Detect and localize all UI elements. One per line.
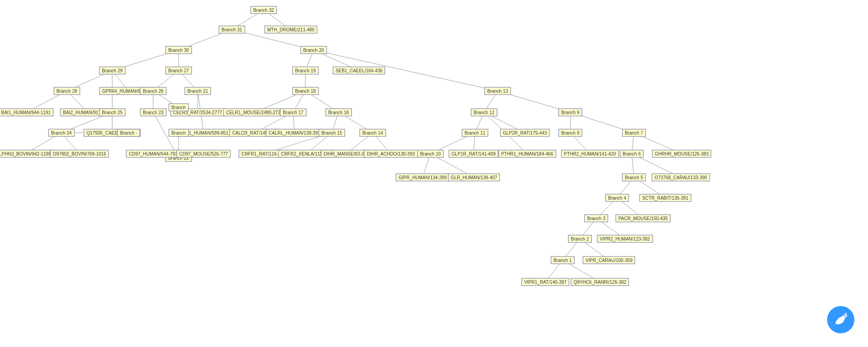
node-branch11[interactable]: Branch 11 xyxy=(462,129,488,137)
node-dihr_achdo[interactable]: DIHR_ACHDO/130-393 xyxy=(364,150,418,158)
node-lphn3_bovin[interactable]: LPHN3_BOVIN/942-1198 xyxy=(0,150,54,158)
node-branch26[interactable]: Branch 26 xyxy=(140,87,166,95)
node-o73768_carau[interactable]: O73768_CARAU/133-390 xyxy=(652,174,710,181)
node-branch12[interactable]: Branch 12 xyxy=(471,109,497,116)
node-branch3[interactable]: Branch 3 xyxy=(584,215,608,222)
svg-point-67 xyxy=(844,315,845,317)
node-branch23[interactable]: Branch 23 xyxy=(140,109,166,116)
node-branch8[interactable]: Branch 8 xyxy=(559,129,582,137)
node-branch16[interactable]: Branch 16 xyxy=(325,109,352,116)
node-branch_plain2[interactable]: Branch xyxy=(169,104,189,111)
node-branch_minus[interactable]: Branch - xyxy=(117,129,140,137)
node-branch_plain1[interactable]: Branch xyxy=(169,129,189,137)
node-vipr_carau[interactable]: VIPR_CARAU/100-359 xyxy=(583,256,635,264)
node-gipr_human[interactable]: GIPR_HUMAN/134-399 xyxy=(396,174,449,181)
tree-container: Branch 32Branch 31MTH_DROME/211-480Branc… xyxy=(0,0,868,347)
node-branch7[interactable]: Branch 7 xyxy=(622,129,646,137)
node-glp2r_rat[interactable]: GLP2R_RAT/175-443 xyxy=(500,129,549,137)
node-sctr_rabit[interactable]: SCTR_RABIT/135-391 xyxy=(639,194,691,202)
node-branch4[interactable]: Branch 4 xyxy=(605,194,629,202)
node-branch28[interactable]: Branch 28 xyxy=(54,87,80,95)
node-bai1_human[interactable]: BAI1_HUMAN/944-1191 xyxy=(0,109,53,116)
node-branch27[interactable]: Branch 27 xyxy=(165,67,192,75)
node-branch31[interactable]: Branch 31 xyxy=(219,26,245,34)
node-vipr1_rat[interactable]: VIPR1_RAT/140-397 xyxy=(521,278,569,286)
node-ghrhr_mouse[interactable]: GHRHR_MOUSE/126-383 xyxy=(652,150,711,158)
node-branch15[interactable]: Branch 15 xyxy=(319,129,345,137)
bird-logo xyxy=(827,306,854,333)
node-q9yhc6_ranri[interactable]: Q9YHC6_RANRI/126-382 xyxy=(571,278,629,286)
node-calrl_human[interactable]: CALRL_HUMAN/138-391 xyxy=(266,129,323,137)
node-branch14[interactable]: Branch 14 xyxy=(359,129,386,137)
node-pthr1_human[interactable]: PTHR1_HUMAN/184-466 xyxy=(499,150,556,158)
node-branch5[interactable]: Branch 5 xyxy=(622,174,646,181)
node-glp1r_rat[interactable]: GLP1R_RAT/141-409 xyxy=(449,150,498,158)
node-mth_drome[interactable]: MTH_DROME/211-480 xyxy=(264,26,317,34)
node-branch1[interactable]: Branch 1 xyxy=(551,256,574,264)
node-branch9[interactable]: Branch 9 xyxy=(559,109,582,116)
node-pthr2_human[interactable]: PTHR2_HUMAN/141-420 xyxy=(561,150,619,158)
node-branch25[interactable]: Branch 25 xyxy=(99,109,125,116)
node-cd97_human[interactable]: CD97_HUMAN/544-793 xyxy=(126,150,180,158)
node-branch18[interactable]: Branch 18 xyxy=(292,87,319,95)
node-pacr_mouse[interactable]: PACR_MOUSE/150-435 xyxy=(616,215,671,222)
node-branch30[interactable]: Branch 30 xyxy=(165,46,192,54)
node-branch24[interactable]: Branch 24 xyxy=(48,129,75,137)
node-vipr2_human[interactable]: VIPR2_HUMAN/123-382 xyxy=(597,235,653,243)
node-branch6[interactable]: Branch 6 xyxy=(620,150,644,158)
node-glr_human[interactable]: GLR_HUMAN/138-407 xyxy=(448,174,500,181)
node-branch17[interactable]: Branch 17 xyxy=(280,109,306,116)
node-branch21[interactable]: Branch 21 xyxy=(185,87,211,95)
node-branch20[interactable]: Branch 20 xyxy=(300,46,327,54)
node-o97802_bovin[interactable]: O97802_BOVIN/769-1016 xyxy=(50,150,109,158)
node-branch2[interactable]: Branch 2 xyxy=(568,235,592,243)
bird-icon xyxy=(832,311,850,329)
node-branch29[interactable]: Branch 29 xyxy=(99,67,125,75)
node-seb1_caeel[interactable]: SEB1_CAEEL/164-436 xyxy=(333,67,385,75)
node-branch19[interactable]: Branch 19 xyxy=(292,67,319,75)
node-celr1_mouse[interactable]: CELR1_MOUSE/2480-2723 xyxy=(223,109,285,116)
node-branch10[interactable]: Branch 10 xyxy=(417,150,444,158)
node-cd97_mouse[interactable]: CD97_MOUSE/526-777 xyxy=(176,150,230,158)
node-branch13[interactable]: Branch 13 xyxy=(484,87,511,95)
node-branch32[interactable]: Branch 32 xyxy=(250,6,277,14)
